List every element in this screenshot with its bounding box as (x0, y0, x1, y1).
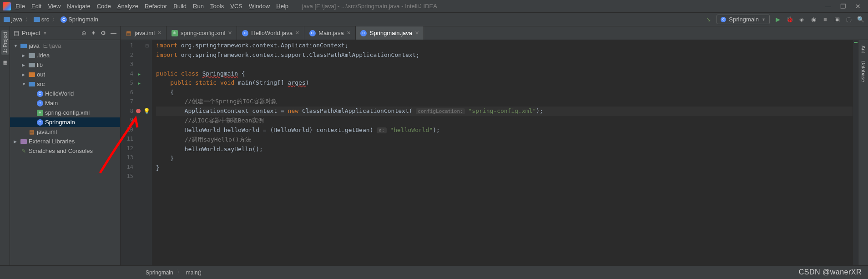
menu-tools[interactable]: Tools (210, 3, 224, 10)
tab-close-button[interactable]: ✕ (415, 30, 419, 36)
menu-build[interactable]: Build (173, 3, 187, 10)
code-line[interactable]: //创建一个Spring的IOC容器对象 (156, 97, 853, 107)
tree-row[interactable]: lib (10, 60, 120, 70)
menu-window[interactable]: Window (249, 3, 270, 10)
editor-tab[interactable]: CSpringmain.java✕ (356, 26, 424, 40)
ant-tool-tab[interactable]: Ant (860, 44, 867, 55)
tree-row[interactable]: CMain (10, 98, 120, 108)
code-line[interactable]: } (156, 154, 853, 163)
intention-bulb-icon[interactable]: 💡 (143, 108, 150, 114)
tree-row[interactable]: ⚛spring-config.xml (10, 108, 120, 117)
line-number[interactable]: 2 (121, 51, 141, 60)
tree-row[interactable]: src (10, 79, 120, 89)
code-line[interactable]: { (156, 88, 853, 97)
line-number[interactable]: 3 (121, 60, 141, 69)
editor-tab[interactable]: CHelloWorld.java✕ (237, 26, 304, 40)
editor-tab[interactable]: ⚛spring-config.xml✕ (167, 26, 237, 40)
line-number-gutter[interactable]: 123456789101112131415 (121, 40, 141, 265)
line-number[interactable]: 1 (121, 41, 141, 51)
project-tree[interactable]: javaE:\java.idealiboutsrcCHelloWorldCMai… (10, 40, 120, 265)
menu-run[interactable]: Run (193, 3, 204, 10)
tree-arrow-icon[interactable] (22, 53, 26, 58)
code-line[interactable]: public static void main(String[] arges) (156, 78, 853, 88)
line-number[interactable]: 13 (121, 153, 141, 162)
hide-icon[interactable]: — (111, 30, 116, 36)
navigation-crumb[interactable]: Springmain 〉 main() (146, 269, 202, 276)
debug-button[interactable]: 🐞 (786, 16, 793, 23)
code-line[interactable]: public class Springmain { (156, 69, 853, 79)
menu-analyze[interactable]: Analyze (117, 3, 138, 10)
profiler-button[interactable]: ◉ (810, 16, 817, 23)
tree-arrow-icon[interactable] (22, 72, 26, 77)
breadcrumb-item[interactable]: CSpringmain (61, 16, 98, 23)
tree-row[interactable]: ▤java.iml (10, 127, 120, 137)
breakpoint-icon[interactable] (136, 109, 141, 113)
menu-view[interactable]: View (48, 3, 61, 10)
code-editor[interactable]: import org.springframework.context.Appli… (152, 40, 853, 265)
line-number[interactable]: 4 (121, 69, 141, 79)
code-line[interactable]: import org.springframework.context.Appli… (156, 41, 853, 51)
menu-code[interactable]: Code (97, 3, 111, 10)
code-line[interactable] (156, 172, 853, 182)
menu-file[interactable]: File (15, 3, 25, 10)
project-tool-tab[interactable]: 1: Project (1, 30, 9, 55)
line-number[interactable]: 11 (121, 134, 141, 144)
tree-row[interactable]: External Libraries (10, 137, 120, 146)
tab-close-button[interactable]: ✕ (295, 30, 299, 36)
menu-refactor[interactable]: Refactor (145, 3, 167, 10)
line-number[interactable]: 14 (121, 162, 141, 172)
code-line[interactable]: helloWorld.sayHello(); (156, 145, 853, 154)
tree-row[interactable]: CSpringmain (10, 117, 120, 127)
menu-vcs[interactable]: VCS (230, 3, 242, 10)
search-everywhere-button[interactable]: 🔍 (857, 16, 864, 23)
run-gutter-icon[interactable] (138, 71, 141, 77)
fold-icon[interactable]: ⊟ (145, 43, 149, 48)
run-button[interactable]: ▶ (774, 16, 782, 23)
code-line[interactable]: //调用sayHello()方法 (156, 135, 853, 145)
tree-row[interactable]: javaE:\java (10, 41, 120, 51)
run-configuration-selector[interactable]: C Springmain ▼ (717, 15, 770, 24)
scope-button[interactable]: ▣ (833, 16, 841, 23)
error-stripe[interactable] (853, 40, 858, 265)
tab-close-button[interactable]: ✕ (347, 30, 351, 36)
line-number[interactable]: 12 (121, 144, 141, 153)
line-number[interactable]: 5 (121, 78, 141, 88)
database-tool-tab[interactable]: Database (860, 59, 867, 84)
menu-navigate[interactable]: Navigate (67, 3, 90, 10)
line-number[interactable]: 10 (121, 125, 141, 135)
line-number[interactable]: 9 (121, 116, 141, 125)
code-line[interactable]: HelloWorld helloWorld = (HelloWorld) con… (156, 126, 853, 136)
tree-arrow-icon[interactable] (22, 63, 26, 67)
code-line[interactable]: } (156, 163, 853, 173)
tab-close-button[interactable]: ✕ (228, 30, 232, 36)
tree-row[interactable]: ✎Scratches and Consoles (10, 146, 120, 156)
close-button[interactable]: ✕ (855, 3, 861, 10)
layout-button[interactable]: ▢ (845, 16, 853, 23)
coverage-button[interactable]: ◈ (798, 16, 805, 23)
tree-arrow-icon[interactable] (14, 139, 18, 144)
settings-icon[interactable]: ⚙ (101, 30, 106, 36)
line-number[interactable]: 15 (121, 172, 141, 181)
maximize-button[interactable]: ❐ (840, 3, 846, 10)
tree-arrow-icon[interactable] (22, 82, 26, 86)
tree-row[interactable]: CHelloWorld (10, 89, 120, 98)
code-line[interactable]: import org.springframework.context.suppo… (156, 51, 853, 60)
tree-arrow-icon[interactable] (14, 44, 18, 48)
expand-icon[interactable]: ✦ (91, 30, 96, 36)
code-line[interactable]: //从IOC容器中获取Bean实例 (156, 116, 853, 126)
line-number[interactable]: 8 (121, 107, 141, 116)
run-gutter-icon[interactable] (138, 80, 141, 86)
stop-button[interactable]: ■ (822, 16, 829, 23)
menu-edit[interactable]: Edit (31, 3, 41, 10)
locate-icon[interactable]: ⊕ (81, 30, 86, 36)
tree-row[interactable]: .idea (10, 51, 120, 60)
line-number[interactable]: 7 (121, 97, 141, 107)
project-view-selector[interactable]: ▤ Project ▼ (14, 30, 47, 36)
line-number[interactable]: 6 (121, 88, 141, 97)
tree-row[interactable]: out (10, 70, 120, 79)
breadcrumb-item[interactable]: java (4, 16, 22, 23)
build-icon[interactable]: ↘ (705, 16, 712, 23)
menu-help[interactable]: Help (276, 3, 288, 10)
tab-close-button[interactable]: ✕ (157, 30, 161, 36)
editor-tab[interactable]: ▤java.iml✕ (121, 26, 167, 40)
